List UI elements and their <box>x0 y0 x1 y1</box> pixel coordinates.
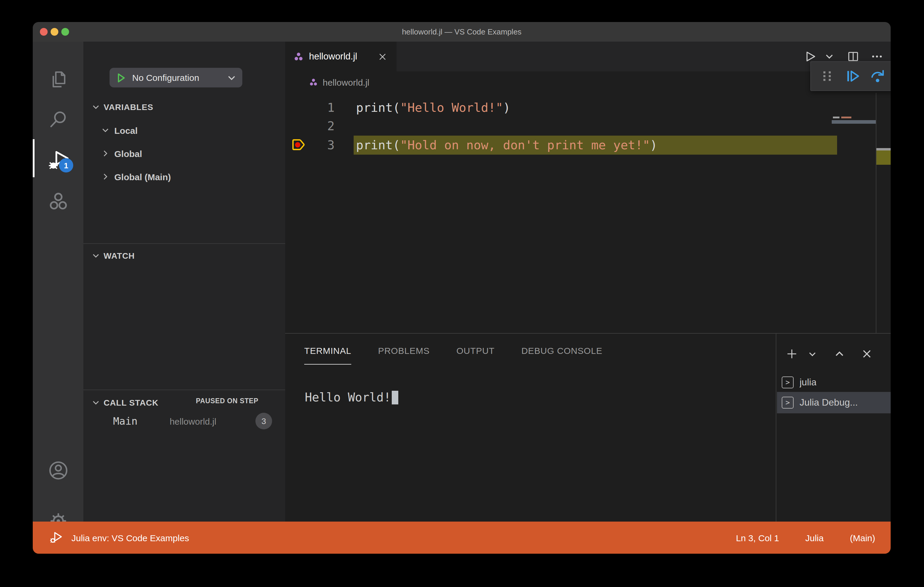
continue-button[interactable] <box>845 68 861 84</box>
token-function: print <box>356 138 393 152</box>
debug-config-dropdown[interactable]: No Configuration <box>109 68 242 87</box>
debug-sidebar: No Configuration VARIABLES <box>83 42 285 521</box>
close-button[interactable] <box>40 28 48 36</box>
terminal-viewport[interactable]: Hello World! <box>305 390 398 404</box>
section-title: VARIABLES <box>104 102 153 112</box>
status-bar: Julia env: VS Code Examples Ln 3, Col 1 … <box>33 521 891 554</box>
cursor-position-status[interactable]: Ln 3, Col 1 <box>736 533 779 543</box>
call-stack-frame[interactable]: Main helloworld.jl 3 <box>83 411 285 431</box>
code-editor[interactable]: 1 print("Hello World!") 2 <box>285 93 891 333</box>
desktop-background: helloworld.jl — VS Code Examples <box>0 0 924 587</box>
terminal-list-item-julia-debug[interactable]: > Julia Debug... <box>777 392 891 413</box>
tab-debug-console[interactable]: DEBUG CONSOLE <box>521 345 602 365</box>
tree-item-local[interactable]: Local <box>100 123 279 138</box>
gutter[interactable]: 1 <box>285 98 354 117</box>
watch-section-header[interactable]: WATCH <box>91 248 281 263</box>
tab-problems[interactable]: PROBLEMS <box>378 345 429 365</box>
julia-file-icon <box>294 51 304 62</box>
breadcrumb-item: helloworld.jl <box>323 77 370 87</box>
debug-config-label: No Configuration <box>132 72 227 83</box>
terminal-cursor <box>391 390 398 404</box>
chevron-down-icon <box>91 397 101 408</box>
tab-helloworld[interactable]: helloworld.jl <box>285 42 396 71</box>
tree-item-label: Local <box>114 125 137 135</box>
token-paren: ( <box>393 138 400 152</box>
token-paren: ) <box>650 138 657 152</box>
section-divider <box>83 243 285 244</box>
variables-section-header[interactable]: VARIABLES <box>91 100 281 114</box>
terminal-output-text: Hello World! <box>305 390 391 404</box>
tree-item-global-main[interactable]: Global (Main) <box>100 169 279 184</box>
panel-tabs: TERMINAL PROBLEMS OUTPUT DEBUG CONSOLE <box>304 345 602 365</box>
sidebar-item-search[interactable] <box>33 98 83 141</box>
token-function: print <box>356 100 393 115</box>
title-bar[interactable]: helloworld.jl — VS Code Examples <box>33 22 891 42</box>
julia-debug-icon <box>50 531 64 545</box>
chevron-down-icon <box>91 102 101 112</box>
editor-area: helloworld.jl <box>285 42 891 333</box>
code-line-1[interactable]: 1 print("Hello World!") <box>285 98 891 117</box>
line-number: 1 <box>327 98 335 117</box>
terminal-list: > julia > Julia Debug... <box>776 334 891 522</box>
active-view-indicator <box>33 139 35 177</box>
paused-status-badge: PAUSED ON STEP <box>196 397 258 404</box>
chevron-down-icon <box>100 125 111 136</box>
overview-ruler[interactable] <box>876 93 891 333</box>
terminal-item-label: julia <box>800 377 817 388</box>
code-line-3[interactable]: 3 print("Hold on now, don't print me yet… <box>285 136 891 155</box>
bottom-panel: TERMINAL PROBLEMS OUTPUT DEBUG CONSOLE <box>285 333 891 521</box>
terminal-list-item-julia[interactable]: > julia <box>777 373 891 392</box>
sidebar-item-julia[interactable] <box>33 180 83 223</box>
gutter[interactable]: 2 <box>285 117 354 136</box>
tree-item-global[interactable]: Global <box>100 146 279 161</box>
drag-handle-icon[interactable] <box>819 68 836 84</box>
breakpoint-current-line-icon[interactable] <box>291 137 307 153</box>
terminal-item-label: Julia Debug... <box>800 397 858 408</box>
ruler-current-line-marker <box>876 150 891 165</box>
code-line-2[interactable]: 2 <box>285 117 891 136</box>
repl-module-status[interactable]: (Main) <box>850 533 875 543</box>
frame-line-badge: 3 <box>256 413 272 429</box>
tab-terminal[interactable]: TERMINAL <box>304 345 351 365</box>
chevron-down-icon <box>91 250 101 261</box>
close-tab-icon[interactable] <box>376 51 388 62</box>
token-paren: ( <box>393 100 400 115</box>
chevron-down-icon <box>227 73 236 82</box>
vscode-window: helloworld.jl — VS Code Examples <box>33 22 891 554</box>
start-debug-icon <box>116 72 126 83</box>
frame-file: helloworld.jl <box>170 416 216 426</box>
minimize-button[interactable] <box>51 28 58 36</box>
activity-bar: 1 <box>33 42 83 521</box>
call-stack-section-header[interactable]: CALL STACK <box>91 396 210 410</box>
explorer-icon <box>48 69 68 90</box>
zoom-button[interactable] <box>61 28 69 36</box>
minimap[interactable] <box>832 93 876 333</box>
section-title: WATCH <box>104 251 135 260</box>
sidebar-item-explorer[interactable] <box>33 58 83 101</box>
line-number: 2 <box>327 117 335 136</box>
sidebar-item-run-debug[interactable] <box>33 139 83 182</box>
minimap-line-3-highlight <box>832 120 876 124</box>
chevron-right-icon <box>100 171 111 182</box>
tab-output[interactable]: OUTPUT <box>456 345 495 365</box>
minimap-line-1 <box>833 117 851 118</box>
account-icon <box>47 460 69 481</box>
account-button[interactable] <box>33 449 83 492</box>
tab-bar: helloworld.jl <box>285 42 891 71</box>
token-string: "Hello World!" <box>400 100 503 115</box>
gutter[interactable]: 3 <box>285 136 354 155</box>
julia-env-label: Julia env: VS Code Examples <box>71 533 189 543</box>
token-paren: ) <box>503 100 510 115</box>
julia-icon <box>47 191 69 212</box>
section-divider <box>83 390 285 390</box>
debug-toolbar <box>810 61 891 91</box>
search-icon <box>48 109 68 130</box>
julia-file-icon <box>309 77 318 87</box>
julia-env-status[interactable]: Julia env: VS Code Examples <box>50 531 189 545</box>
breadcrumb[interactable]: helloworld.jl <box>285 71 891 93</box>
chevron-right-icon <box>100 148 111 159</box>
status-bar-right: Ln 3, Col 1 Julia (Main) <box>736 533 875 543</box>
language-mode-status[interactable]: Julia <box>805 533 824 543</box>
step-over-button[interactable] <box>870 68 886 84</box>
section-title: CALL STACK <box>104 398 158 408</box>
